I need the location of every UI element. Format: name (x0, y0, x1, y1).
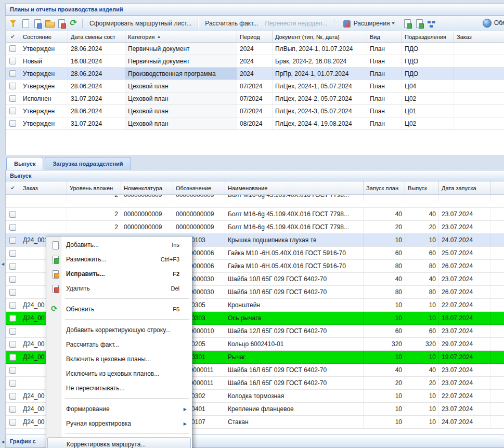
checkbox[interactable] (9, 70, 16, 77)
tab-vypusk[interactable]: Выпуск (6, 157, 43, 170)
open-folder-icon[interactable] (44, 18, 55, 29)
column-header-document[interactable]: Документ (тип, №, дата) (273, 31, 367, 42)
column-header-department[interactable]: Подразделения (402, 31, 454, 42)
checkbox[interactable] (9, 315, 16, 322)
checkbox[interactable] (9, 380, 16, 387)
column-header-state-date[interactable]: Дата смены сост (68, 31, 125, 42)
checkbox[interactable] (9, 302, 16, 309)
column-header-output-qty[interactable]: Выпуск (405, 181, 439, 194)
plans-panel: Планы и отчеты производства изделий Сфор… (5, 3, 504, 155)
select-all-header[interactable]: ✔ (6, 181, 20, 194)
menu-item[interactable]: Добавить корректирующую строку... (47, 323, 191, 337)
column-header-kind[interactable]: Вид (367, 31, 402, 42)
form-route-list-button[interactable]: Сформировать маршрутный лист... (87, 20, 194, 27)
column-header-name[interactable]: Наименование (225, 181, 364, 194)
tab-zagruzka-podrazdeleniy[interactable]: Загрузка подразделений (45, 157, 131, 170)
column-header-level[interactable]: Уровень вложен (67, 181, 121, 194)
checkbox[interactable] (9, 393, 16, 400)
name-cell: Гайка М10 -6Н.05.40Х.016 ГОСТ 5916-70 (225, 247, 364, 259)
delete-doc-icon[interactable] (56, 18, 67, 29)
menu-item-icon (51, 370, 59, 378)
checkbox[interactable] (9, 120, 16, 127)
plan-row[interactable]: Утвержден 31.07.2024 Цеховой план 08/202… (6, 117, 504, 130)
column-header-nomenclature[interactable]: Номенклатура (121, 181, 173, 194)
checkbox[interactable] (9, 45, 16, 52)
checkbox[interactable] (9, 276, 16, 283)
export-doc-icon[interactable] (402, 18, 412, 29)
globe-icon (482, 18, 492, 28)
plan-row[interactable]: Утвержден 28.06.2024 Цеховой план 07/202… (6, 105, 504, 117)
designation-cell: 00000000009 (173, 195, 225, 201)
column-header-order[interactable]: Заказ (454, 31, 504, 42)
menu-item[interactable]: Размножить... Ctrl+F3 (47, 252, 191, 267)
checkbox[interactable] (9, 250, 16, 257)
plan-row[interactable]: Исполнен 31.07.2024 Цеховой план 07/2024… (6, 93, 504, 105)
column-header-state[interactable]: Состояние (20, 31, 68, 42)
menu-item[interactable]: Не пересчитывать... (47, 381, 191, 396)
row-select-cell (6, 416, 20, 428)
org-chart-icon[interactable] (426, 18, 436, 29)
checkbox[interactable] (9, 83, 16, 89)
order-cell (454, 43, 504, 55)
launch-date-cell: 23.07.2024 (439, 377, 491, 389)
checkbox[interactable] (9, 58, 16, 64)
plan-qty-cell: 10 (364, 416, 405, 428)
state-cell: Исполнен (20, 93, 68, 104)
plan-qty-cell: 60 (364, 325, 405, 337)
row-select-cell (6, 208, 20, 220)
menu-item[interactable]: Рассчитать факт... (47, 337, 191, 352)
extensions-button[interactable]: Расширения (339, 18, 398, 29)
checkbox[interactable] (9, 95, 16, 102)
column-header-launch-date[interactable]: Дата запуска (439, 181, 491, 194)
menu-item[interactable]: Добавить... Ins (47, 238, 191, 252)
calc-fact-button[interactable]: Рассчитать факт... (202, 20, 261, 27)
column-header-period[interactable]: Период (237, 31, 273, 42)
checkbox[interactable] (9, 211, 16, 218)
column-header-order[interactable]: Заказ (20, 181, 67, 194)
output-qty-cell (405, 195, 439, 201)
plan-row[interactable]: Утвержден 28.06.2024 Цеховой план 07/202… (6, 80, 504, 93)
filler-cell (491, 286, 504, 298)
checkbox[interactable] (9, 419, 16, 426)
menu-item[interactable]: Исправить... F2 (47, 267, 191, 281)
checkbox[interactable] (9, 406, 16, 413)
menu-item[interactable]: Удалить Del (47, 281, 191, 296)
level-cell: 2 (67, 195, 121, 201)
menu-item[interactable]: Формирование (47, 402, 191, 416)
menu-item[interactable]: Обновить F5 (47, 302, 191, 317)
column-header-plan-qty[interactable]: Запуск план (364, 181, 405, 194)
import-doc-icon[interactable] (414, 18, 424, 29)
kind-cell: План (367, 68, 402, 80)
collapse-left-icon[interactable]: ◄ (1, 261, 5, 267)
new-doc-icon[interactable] (20, 18, 31, 29)
checkbox[interactable] (9, 354, 16, 361)
checkbox[interactable] (9, 289, 16, 296)
refresh-icon[interactable] (68, 18, 79, 29)
copy-doc-icon[interactable] (32, 18, 43, 29)
filter-icon[interactable] (8, 18, 19, 29)
plan-row[interactable]: Утвержден 28.06.2024 Первичный документ … (6, 43, 504, 55)
checkbox[interactable] (9, 237, 16, 244)
checkbox[interactable] (9, 263, 16, 270)
menu-item[interactable]: Исключить из цеховых планов... (47, 366, 191, 381)
output-row[interactable]: 2 00000000009 00000000009 Болт М16-6g 45… (6, 221, 504, 234)
collapse-bottom-icon[interactable]: ◄ (1, 439, 5, 444)
checkbox[interactable] (9, 367, 16, 374)
checkbox[interactable] (9, 108, 16, 114)
menu-item[interactable]: Включить в цеховые планы... (47, 352, 191, 366)
menu-item[interactable]: Корректировка маршрута... (47, 437, 191, 448)
plan-row[interactable]: Утвержден 28.06.2024 Производственная пр… (6, 68, 504, 80)
checkbox[interactable] (9, 328, 16, 335)
checkbox[interactable] (9, 224, 16, 231)
checkbox[interactable] (9, 341, 16, 348)
column-header-category[interactable]: Категория ▲ (125, 31, 237, 42)
exchange-button[interactable]: Обм (479, 18, 504, 28)
menu-item[interactable]: Ручная корректировка (47, 416, 191, 431)
plan-row[interactable]: Новый 16.08.2024 Первичный документ 2024… (6, 55, 504, 68)
state-cell: Утвержден (20, 117, 68, 129)
launch-date-cell: 26.07.2024 (439, 286, 491, 298)
output-row-partial[interactable]: 2 00000000009 00000000009 Болт М16-6g 45… (6, 195, 504, 208)
select-all-header[interactable]: ✔ (6, 31, 20, 42)
column-header-designation[interactable]: Обозначение (173, 181, 225, 194)
output-row[interactable]: 2 00000000009 00000000009 Болт М16-6g 45… (6, 208, 504, 221)
